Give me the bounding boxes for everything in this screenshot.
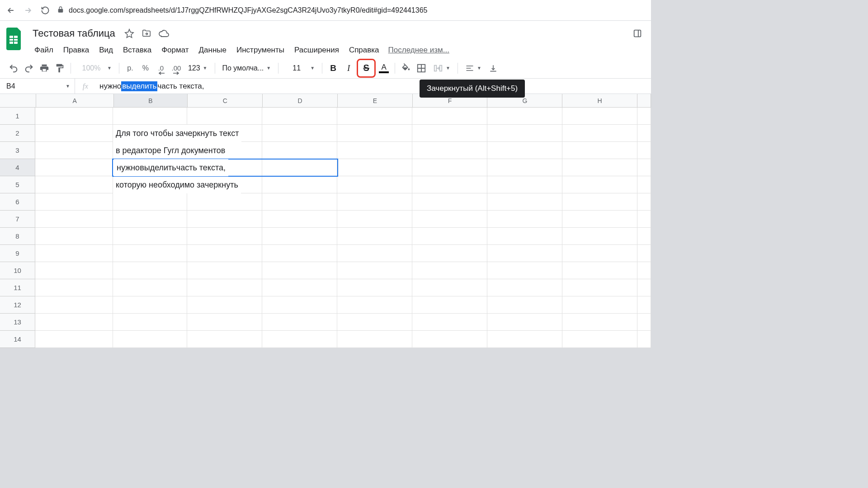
chevron-down-icon: ▼ xyxy=(310,66,315,70)
svg-rect-1 xyxy=(634,30,641,37)
cell-reference: B4 xyxy=(6,82,15,90)
side-panel-toggle-icon[interactable] xyxy=(631,24,644,42)
back-button[interactable] xyxy=(5,5,16,16)
name-box[interactable]: B4 ▼ xyxy=(0,79,75,94)
column-header-a[interactable]: A xyxy=(36,94,114,107)
column-header-b[interactable]: B xyxy=(114,94,188,107)
zoom-value: 100% xyxy=(78,64,104,72)
format-currency-button[interactable]: р. xyxy=(123,61,137,75)
paint-format-button[interactable] xyxy=(52,61,67,75)
row-header-2[interactable]: 2 xyxy=(0,125,35,142)
doc-title[interactable]: Тестовая таблица xyxy=(30,27,118,40)
chevron-down-icon: ▼ xyxy=(66,84,70,89)
row-header-12[interactable]: 12 xyxy=(0,296,35,314)
column-header-d[interactable]: D xyxy=(263,94,338,107)
bold-button[interactable]: B xyxy=(326,61,340,75)
row-header-13[interactable]: 13 xyxy=(0,314,35,331)
row-header-10[interactable]: 10 xyxy=(0,262,35,279)
toolbar: 100% ▼ р. % .0 .00 123 ▼ По умолча... ▼ … xyxy=(0,58,651,79)
menu-format[interactable]: Формат xyxy=(157,44,193,56)
menu-edit[interactable]: Правка xyxy=(59,44,94,56)
doc-header: Тестовая таблица Файл Правка Вид Вставка… xyxy=(0,21,651,58)
url-text: docs.google.com/spreadsheets/d/1J7rggQZH… xyxy=(69,6,427,14)
sheets-logo[interactable] xyxy=(5,24,24,52)
zoom-select[interactable]: 100% ▼ xyxy=(75,61,115,75)
text-color-button[interactable]: A xyxy=(377,61,391,75)
cell-b3-text: в редакторе Гугл документов xyxy=(113,142,228,159)
app: Тестовая таблица Файл Правка Вид Вставка… xyxy=(0,21,651,348)
cell-b4-text: нужно выделить часть текста, xyxy=(114,159,228,176)
chevron-down-icon: ▼ xyxy=(446,66,450,70)
more-formats-button[interactable]: 123 ▼ xyxy=(184,61,211,75)
font-name: По умолча... xyxy=(222,64,264,72)
menu-data[interactable]: Данные xyxy=(194,44,231,56)
borders-button[interactable] xyxy=(414,61,429,75)
menu-file[interactable]: Файл xyxy=(30,44,58,56)
row-header-11[interactable]: 11 xyxy=(0,279,35,296)
row-header-1[interactable]: 1 xyxy=(0,108,35,125)
lock-icon xyxy=(57,6,64,15)
undo-button[interactable] xyxy=(6,61,21,75)
browser-chrome: docs.google.com/spreadsheets/d/1J7rggQZH… xyxy=(0,0,651,21)
menu-tools[interactable]: Инструменты xyxy=(232,44,289,56)
menu-extensions[interactable]: Расширения xyxy=(290,44,344,56)
redo-button[interactable] xyxy=(22,61,36,75)
chevron-down-icon: ▼ xyxy=(266,66,271,70)
menu-insert[interactable]: Вставка xyxy=(118,44,156,56)
print-button[interactable] xyxy=(37,61,52,75)
column-header-c[interactable]: C xyxy=(188,94,263,107)
increase-decimal-button[interactable]: .00 xyxy=(169,61,184,75)
decrease-decimal-button[interactable]: .0 xyxy=(154,61,168,75)
menu-view[interactable]: Вид xyxy=(94,44,118,56)
column-header-extra[interactable] xyxy=(637,94,651,107)
row-header-4[interactable]: 4 xyxy=(0,159,35,176)
forward-button[interactable] xyxy=(23,5,33,16)
row-header-3[interactable]: 3 xyxy=(0,142,35,159)
chevron-down-icon: ▼ xyxy=(107,66,112,70)
select-all-corner[interactable] xyxy=(0,94,36,107)
row-header-6[interactable]: 6 xyxy=(0,193,35,211)
last-edit-link[interactable]: Последнее изм... xyxy=(385,44,453,56)
chevron-down-icon: ▼ xyxy=(477,66,481,70)
font-family-select[interactable]: По умолча... ▼ xyxy=(219,61,275,75)
italic-button[interactable]: I xyxy=(341,61,356,75)
menu-help[interactable]: Справка xyxy=(344,44,384,56)
formula-selection: выделить xyxy=(121,81,157,91)
column-header-h[interactable]: H xyxy=(562,94,637,107)
row-header-9[interactable]: 9 xyxy=(0,245,35,262)
cell-b5-text: которую необходимо зачеркнуть xyxy=(113,176,241,193)
vertical-align-button[interactable] xyxy=(486,61,500,75)
spreadsheet-grid: A B C D E F G H 1 2 3 4 5 6 7 8 9 10 11 xyxy=(0,94,651,348)
font-size-select[interactable]: 11 ▼ xyxy=(282,61,318,75)
column-header-e[interactable]: E xyxy=(338,94,413,107)
formula-input[interactable]: нужно выделить часть текста, xyxy=(96,81,651,91)
fx-icon: fx xyxy=(75,82,96,91)
reload-button[interactable] xyxy=(40,5,51,16)
column-headers: A B C D E F G H xyxy=(0,94,651,108)
merge-cells-button[interactable]: ▼ xyxy=(429,61,454,75)
strikethrough-button-highlight: S xyxy=(357,59,376,78)
font-size-value: 11 xyxy=(286,64,307,72)
chevron-down-icon: ▼ xyxy=(203,66,208,70)
format-percent-button[interactable]: % xyxy=(138,61,153,75)
doc-meta: Тестовая таблица Файл Правка Вид Вставка… xyxy=(30,24,626,58)
cell-b2-text: Для того чтобы зачеркнуть текст xyxy=(113,125,241,142)
row-header-7[interactable]: 7 xyxy=(0,211,35,228)
row-header-14[interactable]: 14 xyxy=(0,331,35,348)
row-header-8[interactable]: 8 xyxy=(0,228,35,245)
move-icon[interactable] xyxy=(141,28,152,39)
formula-bar: B4 ▼ fx нужно выделить часть текста, xyxy=(0,79,651,94)
star-icon[interactable] xyxy=(123,28,135,39)
row-header-5[interactable]: 5 xyxy=(0,176,35,193)
cloud-status-icon[interactable] xyxy=(158,28,170,39)
menu-bar: Файл Правка Вид Вставка Формат Данные Ин… xyxy=(30,42,626,58)
row-headers: 1 2 3 4 5 6 7 8 9 10 11 12 13 14 xyxy=(0,108,35,348)
strikethrough-button[interactable]: S xyxy=(359,61,373,75)
url-bar[interactable]: docs.google.com/spreadsheets/d/1J7rggQZH… xyxy=(57,6,646,15)
fill-color-button[interactable] xyxy=(399,61,413,75)
horizontal-align-button[interactable]: ▼ xyxy=(462,61,485,75)
strikethrough-tooltip: Зачеркнутый (Alt+Shift+5) xyxy=(420,80,525,98)
cells-area[interactable]: Для того чтобы зачеркнуть текст в редакт… xyxy=(35,108,651,348)
